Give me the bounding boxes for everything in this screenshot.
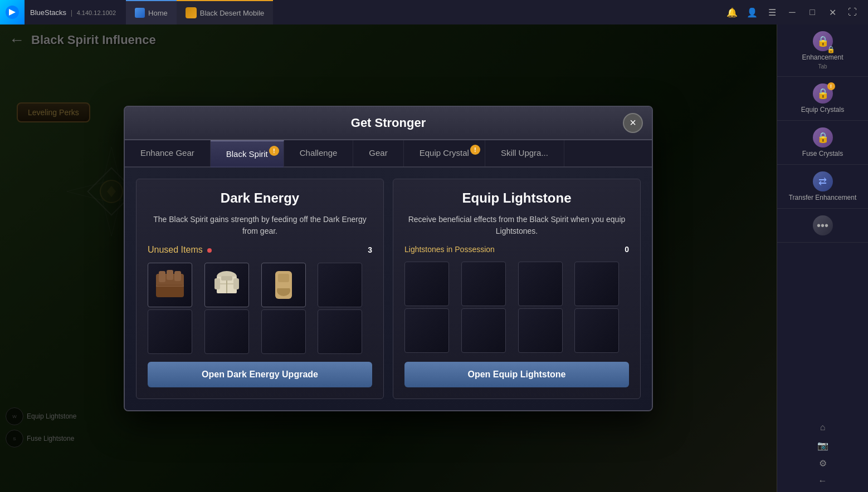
equip-lightstone-desc: Receive beneficial effects from the Blac…	[404, 214, 629, 237]
lightstone-item-8[interactable]	[574, 308, 619, 353]
expand-icon[interactable]: ⛶	[846, 6, 859, 19]
lightstone-item-6[interactable]	[461, 308, 506, 353]
open-equip-lightstone-button[interactable]: Open Equip Lightstone	[404, 362, 629, 387]
right-sidebar-4[interactable]: ←	[816, 474, 830, 488]
bluestacks-topbar: BlueStacks | 4.140.12.1002 Home Black De…	[0, 0, 868, 24]
dark-energy-item-6[interactable]	[204, 309, 249, 354]
svg-rect-23	[277, 284, 290, 288]
svg-rect-21	[278, 274, 289, 282]
dark-energy-item-8[interactable]	[318, 309, 362, 354]
maximize-icon[interactable]: □	[806, 6, 819, 19]
tab-gear[interactable]: Gear	[353, 140, 403, 166]
lightstones-possession-row: Lightstones in Possession 0	[404, 245, 629, 254]
svg-rect-10	[174, 271, 181, 281]
lightstone-item-2[interactable]	[461, 262, 506, 306]
home-tab[interactable]: Home	[126, 0, 177, 24]
svg-rect-11	[156, 285, 184, 297]
modal-tabs: Enhance Gear Black Spirit ! Challenge Ge…	[125, 140, 652, 168]
topbar-right-icons: 🔔 👤 ☰ ─ □ ✕ ⛶	[725, 6, 868, 19]
home-tab-icon	[135, 8, 145, 18]
armor-icon	[210, 268, 243, 302]
lightstone-item-grid	[404, 262, 629, 353]
bracelet-icon	[267, 268, 300, 302]
glove-icon	[153, 268, 187, 302]
right-edge-icons: ⌂ 📷 ⚙ ←	[777, 416, 868, 492]
tab-challenge[interactable]: Challenge	[284, 140, 354, 166]
transfer-enhancement-icon: ⇄	[813, 171, 833, 191]
unused-items-row: Unused Items 3	[148, 245, 372, 255]
equip-crystals-icon: 🔒 !	[813, 83, 833, 104]
svg-rect-8	[159, 271, 165, 282]
account-icon[interactable]: 👤	[745, 6, 759, 19]
close-icon[interactable]: ✕	[826, 6, 839, 19]
svg-rect-19	[233, 278, 239, 289]
unused-items-dot	[207, 248, 212, 253]
modal-title: Get Stronger	[351, 116, 426, 130]
lightstone-item-1[interactable]	[404, 262, 449, 306]
dark-energy-item-7[interactable]	[261, 309, 306, 354]
dark-energy-item-grid	[148, 263, 372, 354]
game-content: ← Black Spirit Influence Leveling Perks …	[0, 24, 777, 492]
sidebar-item-fuse-crystals[interactable]: 🔒 Fuse Crystals	[777, 121, 868, 165]
svg-rect-18	[214, 278, 220, 289]
svg-rect-15	[221, 276, 232, 281]
dark-energy-item-1[interactable]	[148, 263, 192, 307]
sidebar-item-enhancement[interactable]: 🔒 Enhancement Tab	[777, 24, 868, 77]
unused-items-count: 3	[368, 245, 372, 254]
modal-header: Get Stronger ×	[125, 107, 652, 140]
right-sidebar-1[interactable]: ⌂	[816, 421, 830, 434]
tab-black-spirit[interactable]: Black Spirit !	[211, 140, 284, 168]
dark-energy-desc: The Black Spirit gains strength by feedi…	[148, 214, 372, 237]
bluestacks-app-name: BlueStacks | 4.140.12.1002	[25, 8, 121, 17]
game-tab[interactable]: Black Desert Mobile	[177, 0, 274, 24]
right-sidebar-2[interactable]: 📷	[816, 439, 830, 452]
game-tab-icon	[186, 7, 197, 18]
enhancement-icon: 🔒	[813, 31, 833, 51]
tab-skill-upgrade[interactable]: Skill Upgra...	[485, 140, 564, 166]
lightstone-item-4[interactable]	[574, 262, 619, 306]
modal-close-button[interactable]: ×	[623, 113, 643, 133]
black-spirit-tab-badge: !	[269, 146, 279, 156]
bluestacks-logo	[0, 0, 25, 24]
more-icon: •••	[813, 215, 833, 235]
modal-body: Dark Energy The Black Spirit gains stren…	[125, 168, 652, 410]
dark-energy-item-2[interactable]	[204, 263, 249, 307]
right-sidebar-3[interactable]: ⚙	[816, 456, 830, 470]
open-dark-energy-button[interactable]: Open Dark Energy Upgrade	[148, 362, 372, 387]
tab-enhance-gear[interactable]: Enhance Gear	[125, 140, 211, 166]
fuse-crystals-icon: 🔒	[813, 127, 833, 147]
dark-energy-title: Dark Energy	[148, 190, 372, 206]
equip-lightstone-panel: Equip Lightstone Receive beneficial effe…	[393, 179, 641, 399]
dark-energy-item-5[interactable]	[148, 309, 192, 354]
sidebar-item-transfer-enhancement[interactable]: ⇄ Transfer Enhancement	[777, 165, 868, 209]
modal-overlay: Get Stronger × Enhance Gear Black Spirit…	[0, 24, 777, 492]
tab-equip-crystal[interactable]: Equip Crystal !	[404, 140, 485, 166]
equip-lightstone-title: Equip Lightstone	[404, 190, 629, 206]
sidebar-item-more[interactable]: •••	[777, 209, 868, 243]
dark-energy-item-3[interactable]	[261, 263, 306, 307]
sidebar-item-equip-crystals[interactable]: 🔒 ! Equip Crystals	[777, 77, 868, 121]
dark-energy-item-4[interactable]	[318, 263, 362, 307]
lightstone-item-7[interactable]	[518, 308, 563, 353]
equip-crystals-badge: !	[827, 82, 835, 90]
get-stronger-modal: Get Stronger × Enhance Gear Black Spirit…	[124, 106, 653, 411]
unused-items-label: Unused Items	[148, 245, 212, 255]
dark-energy-panel: Dark Energy The Black Spirit gains stren…	[136, 179, 384, 399]
lightstone-item-3[interactable]	[518, 262, 563, 306]
svg-rect-9	[167, 270, 173, 280]
minimize-icon[interactable]: ─	[786, 6, 799, 19]
lightstones-possession-count: 0	[625, 245, 629, 254]
menu-icon[interactable]: ☰	[765, 6, 779, 19]
lightstone-item-5[interactable]	[404, 308, 449, 353]
equip-crystal-tab-badge: !	[470, 145, 480, 155]
lightstones-possession-label: Lightstones in Possession	[404, 245, 495, 254]
right-sidebar: 🔒 Enhancement Tab 🔒 ! Equip Crystals 🔒 F…	[777, 24, 868, 492]
notification-icon[interactable]: 🔔	[725, 6, 739, 19]
